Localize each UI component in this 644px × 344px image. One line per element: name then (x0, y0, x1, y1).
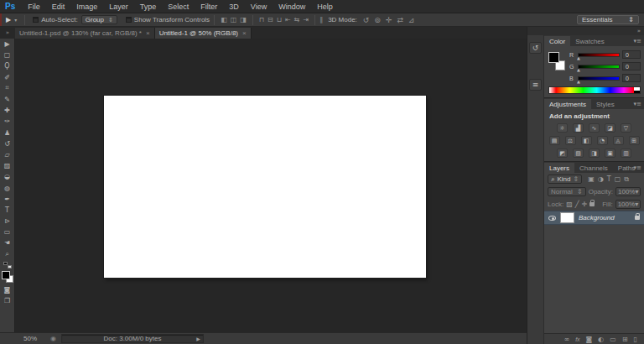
pen-tool-button[interactable]: ✒ (0, 194, 15, 205)
brush-tool-button[interactable]: ✑ (0, 116, 15, 127)
levels-icon[interactable]: ▟ (573, 123, 584, 133)
filter-type-layers-icon[interactable]: T (607, 175, 611, 184)
align-right-edges-button[interactable]: ◨ (240, 16, 247, 23)
blend-mode-dropdown[interactable]: Normal ⇕ (548, 187, 586, 196)
menu-item-3d[interactable]: 3D (223, 3, 245, 11)
tab-swatches[interactable]: Swatches (570, 36, 610, 46)
lock-all-icon[interactable] (589, 202, 595, 206)
tool-preset-dropdown-icon[interactable]: ▾ (14, 17, 20, 23)
default-swap-colors-icon[interactable] (3, 262, 12, 268)
blur-tool-button[interactable]: ◒ (0, 171, 15, 182)
filter-pixel-layers-icon[interactable]: ▣ (588, 175, 595, 184)
selective-color-icon[interactable]: ▣ (605, 149, 615, 158)
distribute-right-button[interactable]: ⇥ (303, 16, 309, 23)
tab-channels[interactable]: Channels (574, 163, 613, 173)
type-tool-button[interactable]: T (0, 205, 15, 216)
menu-item-type[interactable]: Type (134, 3, 163, 11)
filter-kind-dropdown[interactable]: ⌕ Kind ⇕ (548, 175, 582, 184)
align-horizontal-centers-button[interactable]: ◫ (231, 16, 237, 23)
invert-icon[interactable]: ◩ (557, 149, 568, 158)
panel-menu-icon[interactable]: ▾≡ (634, 38, 641, 44)
red-slider[interactable]: ▲ (578, 53, 620, 57)
new-layer-icon[interactable]: ⊞ (622, 336, 628, 343)
add-layer-mask-icon[interactable]: ◙ (586, 336, 593, 343)
layer-thumbnail[interactable] (560, 212, 574, 223)
3d-roll-button[interactable]: ⊚ (371, 16, 383, 24)
3d-pan-button[interactable]: ✛ (383, 16, 395, 24)
quick-selection-tool-button[interactable]: ✐ (0, 72, 15, 83)
new-adjustment-layer-icon[interactable]: ◐ (598, 336, 604, 343)
3d-slide-button[interactable]: ⇄ (394, 16, 406, 24)
rectangle-tool-button[interactable]: ▭ (0, 227, 15, 237)
tab-styles[interactable]: Styles (591, 99, 620, 109)
align-vertical-centers-button[interactable]: ⊟ (267, 16, 273, 23)
screen-mode-button[interactable]: ❐ (0, 295, 15, 306)
threshold-icon[interactable]: ◨ (589, 149, 600, 158)
tab-color[interactable]: Color (544, 36, 570, 46)
opacity-dropdown[interactable]: 100% ▾ (615, 187, 641, 196)
spot-healing-brush-tool-button[interactable]: ✚ (0, 105, 15, 116)
document-info-box[interactable]: Doc: 3.00M/0 bytes ▶ (61, 334, 204, 343)
history-panel-button[interactable]: ↺ (529, 42, 542, 54)
document-canvas[interactable] (104, 96, 426, 278)
close-icon[interactable]: × (146, 29, 150, 37)
status-popup-arrow-icon[interactable]: ▶ (196, 336, 200, 341)
vibrance-icon[interactable]: ▽ (621, 123, 631, 133)
slider-marker-icon[interactable]: ▲ (577, 67, 580, 72)
align-top-edges-button[interactable]: ⊓ (259, 16, 264, 23)
align-left-edges-button[interactable]: ◧ (221, 16, 227, 23)
path-selection-tool-button[interactable]: ⊳ (0, 216, 15, 227)
eraser-tool-button[interactable]: ▱ (0, 149, 15, 160)
tab-adjustments[interactable]: Adjustments (544, 99, 591, 109)
lock-image-pixels-icon[interactable]: ╱ (575, 201, 579, 208)
panel-menu-icon[interactable]: ▾≡ (634, 164, 641, 171)
blue-slider[interactable]: ▲ (578, 76, 620, 81)
auto-select-checkbox[interactable] (33, 17, 39, 23)
gradient-tool-button[interactable]: ▨ (0, 160, 15, 171)
workspace-switcher-button[interactable]: Essentials ⇕ (577, 15, 639, 24)
menu-item-image[interactable]: Image (70, 3, 103, 11)
zoom-tool-button[interactable]: ⌕ (0, 249, 15, 260)
menu-item-edit[interactable]: Edit (46, 3, 71, 11)
exposure-icon[interactable]: ◪ (605, 123, 615, 133)
lock-transparent-pixels-icon[interactable]: ▨ (566, 201, 573, 208)
menu-item-select[interactable]: Select (162, 3, 195, 11)
layer-visibility-eye-icon[interactable] (548, 216, 556, 221)
close-icon[interactable]: × (242, 29, 247, 37)
new-group-icon[interactable]: ▭ (610, 336, 616, 343)
menu-item-filter[interactable]: Filter (195, 3, 223, 11)
link-layers-icon[interactable]: ∞ (564, 336, 569, 343)
menu-item-window[interactable]: Window (273, 3, 311, 11)
3d-scale-button[interactable]: ⊿ (406, 16, 418, 24)
menu-item-view[interactable]: View (245, 3, 273, 11)
color-lookup-icon[interactable]: ⊞ (629, 136, 640, 145)
document-tab-untitled-1[interactable]: Untitled-1 @ 50% (RGB/8) × (155, 28, 252, 39)
hand-tool-button[interactable]: ☚ (0, 237, 15, 248)
clone-stamp-tool-button[interactable]: ♟ (0, 128, 15, 138)
distribute-center-button[interactable]: ⇆ (294, 16, 300, 23)
foreground-color-swatch[interactable] (2, 271, 10, 279)
slider-marker-icon[interactable]: ▲ (577, 79, 580, 84)
crop-tool-button[interactable]: ⌗ (0, 83, 15, 94)
foreground-background-swatch[interactable] (2, 271, 13, 283)
brightness-contrast-icon[interactable]: ☼ (557, 123, 568, 133)
slider-marker-icon[interactable]: ▲ (577, 55, 580, 60)
fill-dropdown[interactable]: 100% ▾ (615, 200, 641, 209)
layer-row-background[interactable]: Background (544, 211, 644, 225)
canvas-area[interactable] (15, 39, 527, 332)
toolbar-collapse-button[interactable]: » (0, 29, 15, 36)
dodge-tool-button[interactable]: ◍ (0, 182, 15, 193)
filter-smart-objects-icon[interactable]: ⧉ (624, 175, 629, 184)
auto-select-target-dropdown[interactable]: Group ⇕ (81, 15, 117, 24)
menu-item-layer[interactable]: Layer (103, 3, 134, 11)
red-value-field[interactable]: 0 (622, 50, 641, 59)
move-tool-preset-icon[interactable]: ▶ (2, 16, 14, 23)
black-white-icon[interactable]: ◧ (581, 136, 592, 145)
color-balance-icon[interactable]: ⚖ (565, 136, 576, 145)
tab-layers[interactable]: Layers (544, 163, 574, 173)
auto-align-layers-button[interactable]: ∥ (319, 16, 323, 23)
document-tab-untitled-1-psd[interactable]: Untitled-1.psd @ 130% (far car, RGB/8) *… (15, 28, 155, 39)
zoom-level-field[interactable]: 50% (23, 335, 45, 342)
blue-value-field[interactable]: 0 (622, 74, 641, 82)
eyedropper-tool-button[interactable]: ✎ (0, 94, 15, 105)
